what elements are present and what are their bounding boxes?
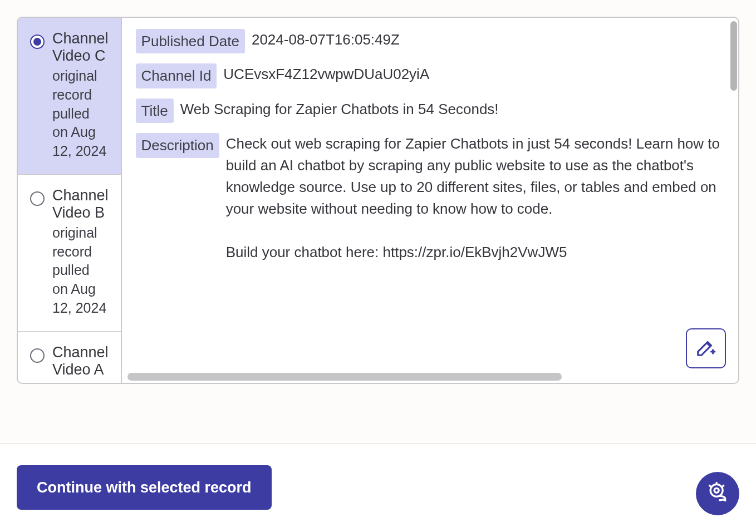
record-item-text: Channel Video A original record pulled o… bbox=[52, 344, 109, 385]
record-item-c[interactable]: Channel Video C original record pulled o… bbox=[18, 18, 121, 175]
record-item-text: Channel Video C original record pulled o… bbox=[52, 30, 109, 161]
vertical-scrollbar[interactable] bbox=[730, 21, 737, 371]
field-label: Channel Id bbox=[136, 63, 217, 88]
record-item-sub: original record pulled on Aug 12, 2024 bbox=[52, 381, 109, 385]
record-list: Channel Video C original record pulled o… bbox=[18, 18, 121, 384]
svg-point-1 bbox=[714, 488, 719, 492]
record-item-a[interactable]: Channel Video A original record pulled o… bbox=[18, 332, 121, 385]
edit-record-button[interactable] bbox=[686, 328, 726, 368]
field-value: UCEvsxF4Z12vwpwDUaU02yiA bbox=[223, 63, 429, 85]
field-label: Published Date bbox=[136, 29, 245, 53]
record-item-title: Channel Video A bbox=[52, 344, 109, 378]
svg-point-0 bbox=[710, 484, 723, 496]
record-details: Published Date 2024-08-07T16:05:49Z Chan… bbox=[122, 18, 738, 383]
records-sidebar: Channel Video C original record pulled o… bbox=[18, 18, 122, 383]
scrollbar-thumb[interactable] bbox=[127, 373, 562, 381]
record-item-title: Channel Video B bbox=[52, 187, 109, 221]
horizontal-scrollbar[interactable] bbox=[127, 373, 728, 381]
continue-button[interactable]: Continue with selected record bbox=[17, 465, 272, 510]
field-label: Title bbox=[136, 98, 174, 123]
field-published-date: Published Date 2024-08-07T16:05:49Z bbox=[136, 29, 721, 53]
bot-chat-icon bbox=[705, 480, 730, 507]
edit-add-icon bbox=[695, 337, 716, 360]
field-value: 2024-08-07T16:05:49Z bbox=[252, 29, 400, 51]
record-item-text: Channel Video B original record pulled o… bbox=[52, 187, 109, 318]
scrollbar-thumb[interactable] bbox=[730, 21, 737, 91]
field-channel-id: Channel Id UCEvsxF4Z12vwpwDUaU02yiA bbox=[136, 63, 721, 88]
radio-unselected-icon[interactable] bbox=[30, 191, 45, 206]
field-title: Title Web Scraping for Zapier Chatbots i… bbox=[136, 98, 721, 123]
radio-selected-icon[interactable] bbox=[30, 35, 45, 49]
record-item-sub: original record pulled on Aug 12, 2024 bbox=[52, 224, 109, 318]
radio-unselected-icon[interactable] bbox=[30, 348, 45, 363]
field-description: Description Check out web scraping for Z… bbox=[136, 133, 721, 263]
field-value: Web Scraping for Zapier Chatbots in 54 S… bbox=[180, 98, 499, 120]
chat-assistant-button[interactable] bbox=[696, 472, 739, 515]
field-value: Check out web scraping for Zapier Chatbo… bbox=[226, 133, 721, 263]
record-item-title: Channel Video C bbox=[52, 30, 109, 65]
record-item-b[interactable]: Channel Video B original record pulled o… bbox=[18, 175, 121, 332]
field-label: Description bbox=[136, 133, 219, 157]
details-scroll[interactable]: Published Date 2024-08-07T16:05:49Z Chan… bbox=[122, 18, 738, 370]
record-selector-panel: Channel Video C original record pulled o… bbox=[17, 17, 739, 384]
record-item-sub: original record pulled on Aug 12, 2024 bbox=[52, 67, 109, 161]
